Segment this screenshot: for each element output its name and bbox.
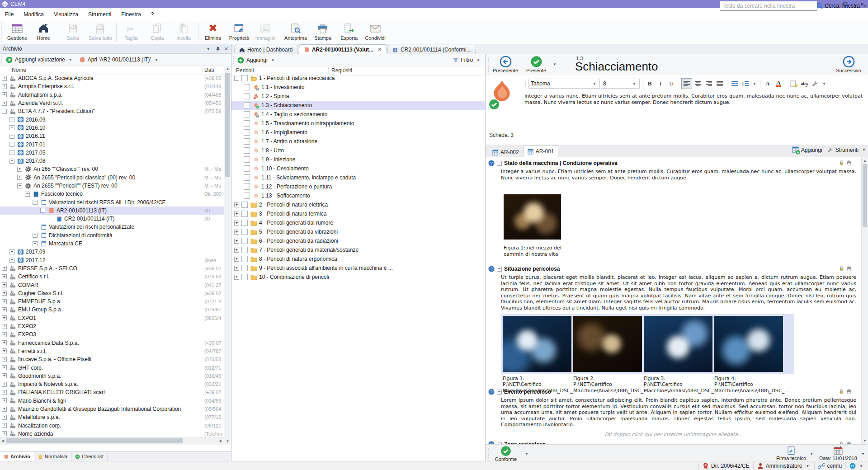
tree-row[interactable]: +An 265 ""Classico"" rev. 00M. - Ma: [0, 165, 224, 173]
tree-row[interactable]: +EMMEDUE S.p.a.(0721 8: [0, 297, 224, 306]
column-pericoli[interactable]: Pericoli: [236, 67, 254, 74]
tree-row[interactable]: −AR2-001/001113 (IT)00: [0, 207, 224, 215]
add-scheda-button[interactable]: Aggiungi: [792, 146, 822, 153]
tree-row[interactable]: +2017.12(linea: [0, 256, 224, 264]
next-button[interactable]: Successivo: [834, 56, 863, 73]
hazard-row[interactable]: +6 - Pericoli generati da radiazioni: [231, 236, 485, 245]
hazard-row[interactable]: ?1.1 - Investimento: [231, 83, 485, 92]
spellcheck-button[interactable]: abc✓: [799, 79, 809, 89]
align-left-button[interactable]: [681, 78, 692, 89]
tools-chevron-icon[interactable]: ▼: [822, 82, 826, 86]
section-text[interactable]: Lorem ipsum dolor sit amet, consectetur …: [501, 397, 856, 428]
hazard-checkbox[interactable]: [241, 202, 248, 208]
list-options-chevron-icon[interactable]: ▼: [753, 82, 756, 86]
tree-expander[interactable]: +: [17, 167, 22, 172]
section-text[interactable]: Ut turpis purus, placerat eget mollis bl…: [501, 274, 856, 311]
tree-expander[interactable]: +: [234, 202, 239, 207]
tree-row[interactable]: §CR2-001/001114 (IT)00: [0, 215, 224, 223]
lock-icon[interactable]: [839, 160, 844, 165]
menu-item-5[interactable]: ?: [146, 9, 159, 19]
hazard-checkbox[interactable]: [241, 75, 248, 81]
tree-expander[interactable]: +: [9, 142, 14, 147]
hazard-row[interactable]: +7 - Pericoli generati da materiali/sost…: [231, 245, 485, 254]
sections-scrollbar[interactable]: ▲ ▼: [861, 157, 868, 444]
tree-row[interactable]: +Automatismi s.p.a.(04/468: [0, 91, 224, 99]
tree-expander[interactable]: +: [9, 150, 14, 155]
hazard-checkbox[interactable]: [244, 183, 250, 190]
align-right-button[interactable]: [704, 79, 714, 89]
help-icon[interactable]: ?: [488, 389, 495, 395]
tree-expander[interactable]: +: [2, 423, 7, 428]
tree-expander[interactable]: +: [234, 266, 239, 271]
hazard-checkbox[interactable]: [241, 238, 248, 244]
hazard-checkbox[interactable]: [241, 220, 248, 226]
bold-button[interactable]: B: [645, 79, 655, 89]
hazard-row[interactable]: 1.5 - Trascinamento o intrappolamento: [231, 119, 485, 128]
tree-row[interactable]: +EXPO1(0825/4: [0, 314, 224, 322]
add-hazard-button[interactable]: Aggiungi ▼: [237, 57, 276, 64]
tree-row[interactable]: +Certifico s.r.l.(075 59: [0, 273, 224, 281]
hazard-checkbox[interactable]: [244, 129, 250, 136]
tree-row[interactable]: Valutazioni dei rischi personalizzate: [0, 223, 224, 231]
menu-item-1[interactable]: Modifica: [19, 9, 49, 19]
tree-expander[interactable]: +: [2, 76, 7, 81]
tree-expander[interactable]: +: [2, 415, 7, 420]
tree-expander[interactable]: +: [2, 332, 7, 337]
hazard-checkbox[interactable]: [241, 247, 248, 253]
hazard-row[interactable]: +4 - Pericoli generati dal rumore: [231, 218, 485, 227]
tree-row[interactable]: +2016.09: [0, 115, 224, 123]
filter-button[interactable]: Filtro ▼: [449, 56, 485, 64]
tree-expander[interactable]: −: [2, 109, 7, 114]
print-section-icon[interactable]: [846, 266, 852, 271]
tab-home-dashboard[interactable]: Home | Dashboard: [234, 45, 298, 54]
tree-row[interactable]: +EXPO3: [0, 330, 224, 338]
tree-expander[interactable]: +: [33, 233, 38, 238]
archive-horizontal-scrollbar[interactable]: ◀ ▶: [0, 437, 224, 445]
hazard-checkbox[interactable]: [241, 229, 248, 235]
hazard-row[interactable]: 1.8 - Urto: [231, 146, 485, 155]
tree-row[interactable]: +2016.11: [0, 132, 224, 140]
toolbar-condividi-button[interactable]: Condividi: [362, 21, 388, 44]
add-valutazione-button[interactable]: Aggiungi valutazione ▼: [6, 56, 74, 63]
font-color-button[interactable]: A: [763, 79, 773, 89]
hazard-checkbox[interactable]: [244, 111, 250, 118]
tree-expander[interactable]: +: [2, 282, 7, 287]
tab-archivio[interactable]: Archivio: [0, 452, 34, 461]
hazard-row[interactable]: 1.13 - Soffocamento: [231, 191, 485, 200]
hazard-checkbox[interactable]: [241, 274, 248, 280]
tree-expander[interactable]: +: [33, 241, 38, 246]
tree-row[interactable]: +Impianti & Notevoli s.p.a.(032/21: [0, 380, 224, 388]
tree-expander[interactable]: +: [2, 365, 7, 370]
hazard-row[interactable]: +2 - Pericoli di natura elettrica: [231, 200, 485, 209]
toolbar-anteprima-button[interactable]: Anteprima: [282, 21, 310, 44]
hazard-checkbox[interactable]: [244, 174, 250, 181]
insert-special-button[interactable]: ★: [788, 79, 798, 89]
tree-row[interactable]: +Dichiarazioni di conformità: [0, 231, 224, 240]
date-button[interactable]: Data: 11/01/2018: [816, 446, 860, 461]
tree-expander[interactable]: +: [2, 324, 7, 329]
tree-expander[interactable]: −: [33, 200, 38, 205]
firma-tecnico-button[interactable]: Firma tecnico: [773, 446, 809, 461]
tree-expander[interactable]: +: [9, 125, 14, 130]
section-collapse-toggle[interactable]: −: [497, 267, 502, 272]
tree-row[interactable]: −Fascicolo tecnicoDir. 200: [0, 190, 224, 198]
tree-expander[interactable]: +: [2, 398, 7, 403]
tree-expander[interactable]: +: [2, 315, 7, 320]
tree-expander[interactable]: +: [2, 357, 7, 362]
hazard-checkbox[interactable]: [244, 93, 250, 99]
previous-button[interactable]: Precedente: [491, 56, 520, 73]
section-collapse-toggle[interactable]: −: [497, 390, 502, 395]
tree-expander[interactable]: +: [2, 92, 7, 97]
tree-expander[interactable]: +: [2, 373, 7, 378]
hazard-checkbox[interactable]: [241, 256, 248, 262]
hazard-row[interactable]: 1.10 - Cesoiamento: [231, 164, 485, 173]
help-icon[interactable]: ?: [488, 160, 495, 166]
underline-button[interactable]: U: [666, 79, 676, 89]
search-button[interactable]: Cerca: finestra ▼: [816, 1, 868, 11]
section-image-block[interactable]: Figura 1: nel mezzo delcammin di nostra …: [504, 194, 862, 257]
tree-expander[interactable]: +: [9, 249, 14, 254]
tree-row[interactable]: +ITALIANA KELLER GRIGLIATI scarl(+39 07: [0, 388, 224, 396]
hazard-row[interactable]: 1.2 - Spinta: [231, 92, 485, 101]
print-section-icon[interactable]: [846, 389, 852, 394]
tab-ar-002[interactable]: AR-002: [488, 147, 523, 157]
